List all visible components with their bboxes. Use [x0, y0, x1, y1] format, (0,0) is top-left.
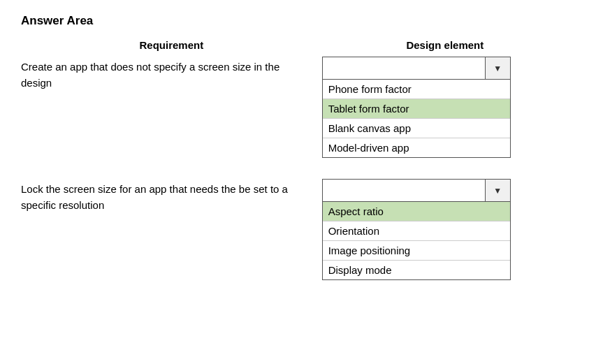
dropdown-item-1-1[interactable]: Tablet form factor	[323, 99, 510, 119]
requirement-column-header: Requirement	[21, 39, 322, 51]
dropdown-item-2-1[interactable]: Orientation	[323, 221, 510, 241]
dropdown-arrow-icon-1: ▼	[493, 64, 502, 73]
dropdown-arrow-icon-2: ▼	[493, 186, 502, 196]
dropdown-item-2-3[interactable]: Display mode	[323, 261, 510, 279]
row-2: Lock the screen size for an app that nee…	[21, 179, 568, 280]
dropdown-container-1: ▼ Phone form factor Tablet form factor B…	[322, 57, 568, 158]
dropdown-item-1-2[interactable]: Blank canvas app	[323, 119, 510, 138]
answer-area: Answer Area Requirement Design element C…	[21, 14, 568, 280]
dropdown-item-2-0[interactable]: Aspect ratio	[323, 202, 510, 221]
dropdown-arrow-btn-2[interactable]: ▼	[485, 180, 510, 201]
dropdown-2[interactable]: ▼ Aspect ratio Orientation Image positio…	[322, 179, 511, 280]
requirement-text-1: Create an app that does not specify a sc…	[21, 57, 322, 91]
dropdown-item-1-3[interactable]: Model-driven app	[323, 138, 510, 157]
dropdown-header-2[interactable]: ▼	[323, 180, 510, 202]
dropdown-1[interactable]: ▼ Phone form factor Tablet form factor B…	[322, 57, 511, 158]
design-column-header: Design element	[322, 39, 568, 51]
dropdown-item-2-2[interactable]: Image positioning	[323, 241, 510, 261]
dropdown-item-1-0[interactable]: Phone form factor	[323, 80, 510, 99]
dropdown-header-1[interactable]: ▼	[323, 57, 510, 80]
page-title: Answer Area	[21, 14, 568, 28]
dropdown-container-2: ▼ Aspect ratio Orientation Image positio…	[322, 179, 568, 280]
column-headers: Requirement Design element	[21, 39, 568, 51]
dropdown-arrow-btn-1[interactable]: ▼	[485, 57, 510, 79]
requirement-text-2: Lock the screen size for an app that nee…	[21, 179, 322, 213]
row-1: Create an app that does not specify a sc…	[21, 57, 568, 158]
